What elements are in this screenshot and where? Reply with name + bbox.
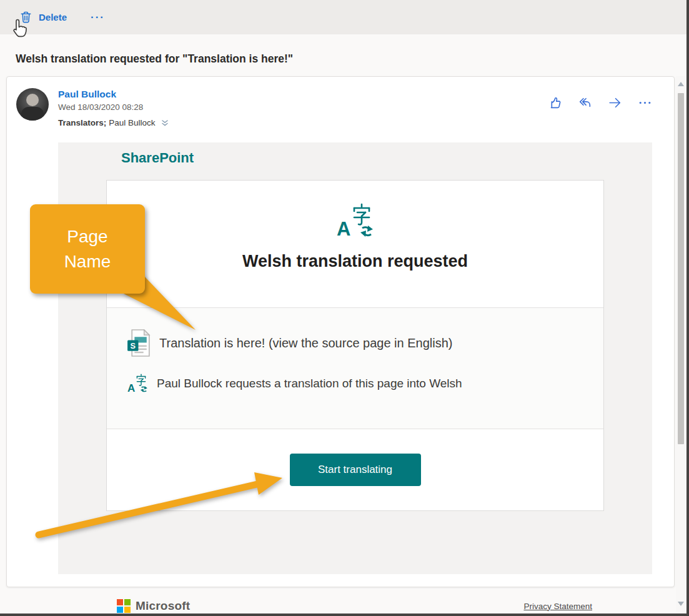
avatar-body-shape bbox=[21, 107, 44, 121]
command-bar: Delete ··· bbox=[0, 0, 687, 34]
microsoft-wordmark: Microsoft bbox=[136, 599, 190, 613]
sent-datetime: Wed 18/03/2020 08:28 bbox=[58, 102, 143, 112]
page-row: Translation is here! (view the source pa… bbox=[127, 329, 603, 357]
reply-all-button[interactable] bbox=[577, 94, 593, 111]
callout-text-line2: Name bbox=[64, 249, 111, 274]
delete-button-label: Delete bbox=[39, 12, 67, 22]
command-bar-more-button[interactable]: ··· bbox=[91, 11, 105, 24]
privacy-statement-link[interactable]: Privacy Statement bbox=[523, 602, 592, 611]
translate-icon bbox=[337, 203, 374, 241]
panel-header-section: Welsh translation requested bbox=[107, 181, 603, 308]
microsoft-logo: Microsoft bbox=[117, 599, 190, 613]
notification-heading: Welsh translation requested bbox=[107, 252, 603, 271]
chevron-double-down-icon[interactable] bbox=[161, 119, 169, 127]
scrollbar-thumb[interactable] bbox=[678, 93, 684, 444]
translate-small-icon bbox=[127, 374, 148, 393]
vertical-scrollbar[interactable] bbox=[676, 76, 686, 614]
scroll-down-icon[interactable] bbox=[678, 602, 684, 606]
forward-arrow-icon bbox=[607, 95, 623, 111]
mail-footer: Microsoft Privacy Statement bbox=[106, 597, 603, 615]
callout-text-line1: Page bbox=[67, 224, 107, 249]
scroll-up-icon[interactable] bbox=[678, 82, 684, 86]
sharepoint-brand: SharePoint bbox=[121, 150, 194, 166]
page-link-text[interactable]: Translation is here! (view the source pa… bbox=[159, 336, 453, 350]
mail-body: SharePoint Welsh translation requested T… bbox=[58, 142, 652, 574]
recipients-primary: Translators; bbox=[58, 118, 106, 127]
message-actions bbox=[547, 94, 653, 111]
notification-panel: Welsh translation requested Translation … bbox=[106, 180, 604, 511]
thumbs-up-icon bbox=[547, 95, 563, 111]
request-text: Paul Bullock requests a translation of t… bbox=[157, 377, 462, 390]
panel-action-section: Start translating bbox=[107, 429, 603, 510]
email-subject: Welsh translation requested for "Transla… bbox=[16, 52, 640, 66]
page-name-callout: Page Name bbox=[30, 204, 145, 294]
forward-button[interactable] bbox=[607, 94, 623, 111]
message-more-button[interactable] bbox=[637, 94, 653, 111]
sharepoint-page-icon bbox=[127, 329, 151, 357]
window-edge-bottom bbox=[0, 614, 689, 616]
cursor-hand-icon bbox=[11, 18, 29, 42]
window-edge-right bbox=[687, 0, 689, 616]
request-row: Paul Bullock requests a translation of t… bbox=[127, 374, 603, 393]
sender-avatar[interactable] bbox=[16, 88, 49, 121]
microsoft-logo-icon bbox=[117, 599, 131, 613]
recipients-line: Translators; Paul Bullock bbox=[58, 118, 169, 127]
recipients-secondary: Paul Bullock bbox=[109, 118, 155, 127]
panel-details-section: Translation is here! (view the source pa… bbox=[107, 308, 603, 429]
reply-all-icon bbox=[577, 95, 593, 111]
sender-name[interactable]: Paul Bullock bbox=[58, 89, 116, 100]
email-card: Paul Bullock Wed 18/03/2020 08:28 Transl… bbox=[6, 76, 675, 587]
start-translating-button[interactable]: Start translating bbox=[290, 454, 421, 486]
more-ellipsis-icon bbox=[637, 95, 653, 111]
like-button[interactable] bbox=[547, 94, 563, 111]
avatar-head-shape bbox=[26, 94, 39, 106]
